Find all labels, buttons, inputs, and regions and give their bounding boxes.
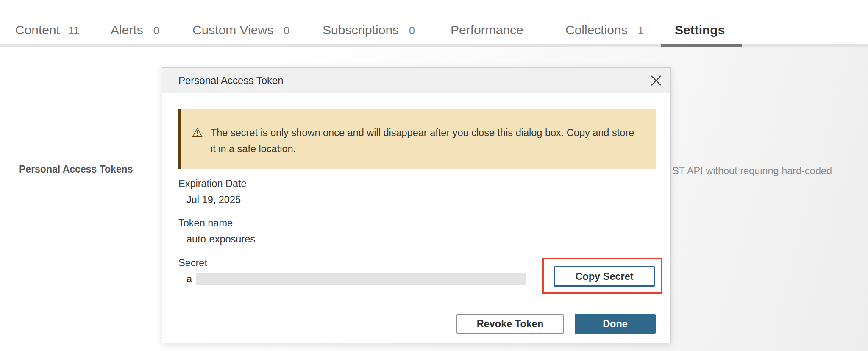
warning-triangle-icon: ⚠ (192, 125, 203, 169)
tab-count: 0 (284, 25, 289, 37)
personal-access-token-dialog: Personal Access Token ⚠ The secret is on… (162, 67, 671, 343)
section-description-clipped: ST API without requiring hard-coded (672, 165, 832, 177)
tab-count: 1 (638, 25, 644, 37)
tab-label: Content (15, 23, 60, 37)
tab-content[interactable]: Content 11 (15, 23, 79, 37)
tab-label: Performance (451, 23, 523, 37)
expiration-date-value: Jul 19, 2025 (186, 194, 241, 206)
close-icon[interactable] (650, 75, 662, 86)
tab-custom-views[interactable]: Custom Views 0 (192, 23, 289, 37)
tab-count: 0 (153, 25, 159, 37)
section-label-personal-access-tokens: Personal Access Tokens (19, 164, 133, 175)
tab-subscriptions[interactable]: Subscriptions 0 (323, 23, 415, 37)
tab-label: Subscriptions (323, 23, 399, 37)
secret-redacted-bar (196, 273, 526, 285)
copy-secret-button[interactable]: Copy Secret (554, 266, 655, 287)
tab-count: 0 (409, 25, 415, 37)
token-name-value: auto-exposures (186, 234, 255, 245)
secret-visible-text: a (186, 273, 192, 285)
tab-label: Collections (565, 23, 628, 37)
tab-collections[interactable]: Collections 1 (565, 23, 644, 37)
tab-settings[interactable]: Settings (675, 23, 725, 37)
secret-label: Secret (178, 257, 207, 269)
tab-label: Alerts (111, 23, 143, 37)
tab-alerts[interactable]: Alerts 0 (111, 23, 159, 37)
secret-value-row: a (186, 273, 526, 285)
token-name-label: Token name (178, 217, 233, 229)
revoke-token-button[interactable]: Revoke Token (456, 314, 564, 334)
dialog-title: Personal Access Token (178, 75, 284, 86)
tab-count: 11 (68, 25, 79, 37)
tab-performance[interactable]: Performance (451, 23, 523, 37)
tab-label: Settings (675, 23, 725, 37)
expiration-date-label: Expiration Date (178, 178, 247, 189)
dialog-header: Personal Access Token (162, 68, 670, 93)
done-button[interactable]: Done (575, 314, 656, 334)
warning-message: The secret is only shown once and will d… (211, 125, 636, 169)
secret-warning-banner: ⚠ The secret is only shown once and will… (178, 109, 656, 169)
tab-label: Custom Views (192, 23, 273, 37)
tab-bar: Content 11 Alerts 0 Custom Views 0 Subsc… (0, 0, 868, 47)
